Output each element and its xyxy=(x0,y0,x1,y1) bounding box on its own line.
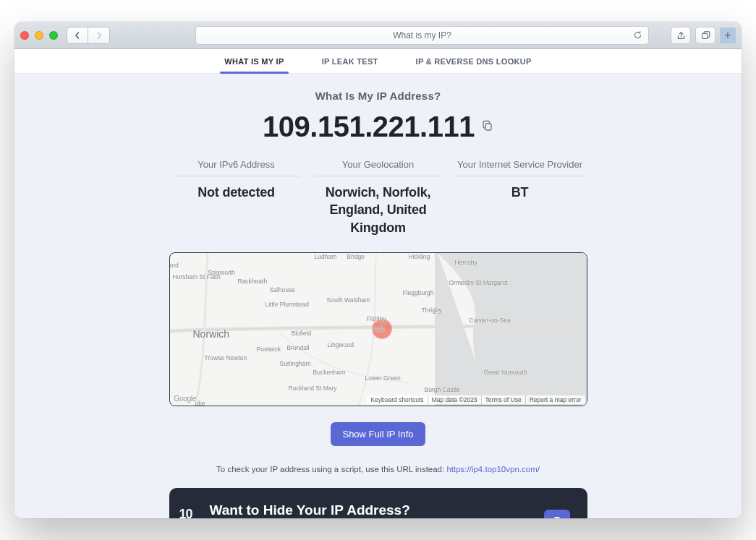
chevron-right-icon xyxy=(95,32,103,39)
tab-reverse-dns[interactable]: IP & REVERSE DNS LOOKUP xyxy=(412,50,536,73)
map-google-logo: Google xyxy=(174,395,196,403)
page-title: What is my IP? xyxy=(393,30,451,40)
map-place-label: Rackheath xyxy=(238,278,268,285)
map-place-label: Fleggburgh xyxy=(403,289,434,296)
map-place-label: Lingwood xyxy=(328,341,354,348)
info-cards: Your IPv6 Address Not detected Your Geol… xyxy=(14,159,742,236)
map-place-label: Spixworth xyxy=(208,269,235,276)
copy-ip-button[interactable] xyxy=(482,120,493,134)
main-content: What Is My IP Address? 109.151.221.111 Y… xyxy=(14,74,742,518)
share-icon xyxy=(676,31,686,40)
browser-titlebar: What is my IP? + xyxy=(14,22,742,49)
toolbar-right: + xyxy=(671,27,736,44)
map-place-label: Rockland St Mary xyxy=(289,385,337,392)
map-place-label: Blofield xyxy=(292,330,312,337)
minimize-window-button[interactable] xyxy=(35,31,43,40)
ip-address-value: 109.151.221.111 xyxy=(263,111,475,143)
map-place-label: Thrigby xyxy=(422,307,442,314)
ip-readout: 109.151.221.111 xyxy=(14,111,742,143)
map-place-label: Caister-on-Sea xyxy=(470,317,511,324)
map-place-label: Trowse Newton xyxy=(205,354,247,361)
page-heading: What Is My IP Address? xyxy=(14,90,742,102)
map-place-label: Burgh Castle xyxy=(425,386,460,393)
show-full-ip-info-button[interactable]: Show Full IP Info xyxy=(331,422,425,446)
card-ipv6: Your IPv6 Address Not detected xyxy=(166,159,307,236)
back-button[interactable] xyxy=(67,27,88,44)
map[interactable]: Norwich Acle ord Horsham St Faith Spixwo… xyxy=(169,252,587,406)
map-place-label: oke xyxy=(195,400,205,406)
hint-link[interactable]: https://ip4.top10vpn.com/ xyxy=(446,465,540,473)
address-bar[interactable]: What is my IP? xyxy=(195,26,649,45)
promo-logo-fragment: 10 xyxy=(179,507,192,518)
map-keyboard-shortcuts[interactable]: Keyboard shortcuts xyxy=(367,395,427,404)
card-label: Your Geolocation xyxy=(315,159,442,176)
close-window-button[interactable] xyxy=(20,31,29,40)
map-place-label: Hickling xyxy=(409,253,430,260)
map-place-label: Bridge xyxy=(347,253,365,260)
map-place-label: ord xyxy=(170,262,179,269)
browser-window: What is my IP? + WHAT IS MY IP IP LEAK T… xyxy=(14,22,742,518)
card-geolocation: Your Geolocation Norwich, Norfolk, Engla… xyxy=(307,159,449,236)
map-place-label: Ludham xyxy=(315,253,337,260)
tab-ip-leak-test[interactable]: IP LEAK TEST xyxy=(318,50,383,73)
tab-what-is-my-ip[interactable]: WHAT IS MY IP xyxy=(220,50,288,73)
map-place-label: Little Plumstead xyxy=(266,301,309,308)
map-place-label: Lower Green xyxy=(365,374,401,382)
map-place-label: Hemsby xyxy=(455,259,477,266)
promo-cta-button[interactable]: T xyxy=(544,510,569,518)
map-place-label: Salhouse xyxy=(270,286,295,293)
map-report-link[interactable]: Report a map error xyxy=(525,395,585,404)
zoom-window-button[interactable] xyxy=(49,31,58,40)
script-hint: To check your IP address using a script,… xyxy=(14,465,742,473)
show-tabs-button[interactable] xyxy=(695,27,715,44)
svg-rect-1 xyxy=(485,124,491,130)
promo-title: Want to Hide Your IP Address? xyxy=(210,502,570,518)
map-label-city: Norwich xyxy=(193,328,230,340)
map-label-marker: Acle xyxy=(373,325,386,333)
window-controls xyxy=(20,31,58,40)
copy-icon xyxy=(482,120,493,132)
navigation-buttons xyxy=(67,27,110,44)
new-tab-button[interactable]: + xyxy=(720,27,736,43)
reload-button[interactable] xyxy=(633,30,642,42)
share-button[interactable] xyxy=(671,27,691,44)
forward-button[interactable] xyxy=(88,27,110,44)
card-value: BT xyxy=(456,184,584,201)
promo-banner: 10 Want to Hide Your IP Address? T xyxy=(169,488,587,518)
card-label: Your IPv6 Address xyxy=(173,159,300,176)
hint-text: To check your IP address using a script,… xyxy=(216,465,446,473)
map-place-label: Great Yarmouth xyxy=(484,369,527,376)
card-value: Not detected xyxy=(173,184,300,201)
map-terms-link[interactable]: Terms of Use xyxy=(481,395,525,404)
svg-rect-0 xyxy=(702,33,707,38)
map-place-label: Ormesby St Margaret xyxy=(449,279,508,286)
card-label: Your Internet Service Provider xyxy=(456,159,584,176)
map-place-label: Fishley xyxy=(367,315,386,322)
page-viewport: WHAT IS MY IP IP LEAK TEST IP & REVERSE … xyxy=(14,49,742,518)
card-value: Norwich, Norfolk, England, United Kingdo… xyxy=(315,184,442,236)
map-place-label: Postwick xyxy=(257,346,281,353)
tabs-icon xyxy=(701,31,710,40)
map-data-copyright: Map data ©2023 xyxy=(428,395,481,404)
map-place-label: Surlingham xyxy=(280,360,311,367)
map-attribution: Keyboard shortcuts Map data ©2023 Terms … xyxy=(367,395,585,404)
map-place-label: Brundall xyxy=(287,344,310,351)
map-place-label: Buckenham xyxy=(313,369,346,376)
map-canvas: Norwich Acle ord Horsham St Faith Spixwo… xyxy=(170,253,587,406)
map-place-label: South Walsham xyxy=(327,296,370,304)
card-isp: Your Internet Service Provider BT xyxy=(449,159,591,236)
site-tabs: WHAT IS MY IP IP LEAK TEST IP & REVERSE … xyxy=(14,49,742,74)
reload-icon xyxy=(633,30,642,40)
chevron-left-icon xyxy=(74,32,81,39)
